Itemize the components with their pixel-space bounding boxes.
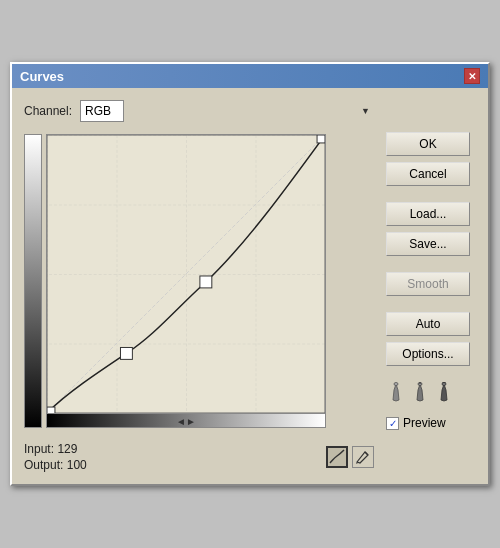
curve-grid-svg: [47, 135, 325, 413]
channel-select[interactable]: RGB Red Green Blue: [80, 100, 124, 122]
close-button[interactable]: ✕: [464, 68, 480, 84]
preview-row: ✓ Preview: [386, 416, 476, 430]
vertical-gradient-bar: [24, 134, 42, 428]
channel-row: Channel: RGB Red Green Blue: [24, 100, 374, 122]
bottom-info: Input: 129 Output: 100: [24, 442, 374, 472]
channel-select-wrapper: RGB Red Green Blue: [80, 100, 374, 122]
right-panel: OK Cancel Load... Save... Smooth Auto Op…: [386, 100, 476, 472]
svg-rect-5: [200, 276, 212, 288]
dialog-body: Channel: RGB Red Green Blue: [12, 88, 488, 484]
preview-label: Preview: [403, 416, 446, 430]
save-button[interactable]: Save...: [386, 232, 470, 256]
output-label: Output:: [24, 458, 63, 472]
dropper-icon-1[interactable]: [386, 382, 406, 402]
pencil-icons-row: [386, 382, 476, 402]
curve-container: ◄►: [46, 134, 374, 428]
load-button[interactable]: Load...: [386, 202, 470, 226]
channel-label: Channel:: [24, 104, 72, 118]
tool-icons: [326, 446, 374, 468]
left-panel: Channel: RGB Red Green Blue: [24, 100, 374, 472]
input-label: Input:: [24, 442, 54, 456]
svg-rect-6: [47, 407, 55, 413]
ok-button[interactable]: OK: [386, 132, 470, 156]
svg-rect-7: [317, 135, 325, 143]
scroll-arrow: ◄►: [176, 415, 196, 426]
pencil-tool-icon[interactable]: [352, 446, 374, 468]
output-row: Output: 100: [24, 458, 87, 472]
dialog-title: Curves: [20, 69, 64, 84]
svg-rect-4: [120, 347, 132, 359]
input-value: 129: [57, 442, 77, 456]
dropper-icon-3[interactable]: [434, 382, 454, 402]
dropper-icon-2[interactable]: [410, 382, 430, 402]
title-bar: Curves ✕: [12, 64, 488, 88]
horizontal-gradient-bar: ◄►: [46, 414, 326, 428]
cancel-button[interactable]: Cancel: [386, 162, 470, 186]
curve-area: ◄►: [24, 134, 374, 428]
io-values: Input: 129 Output: 100: [24, 442, 87, 472]
curve-canvas[interactable]: [46, 134, 326, 414]
auto-button[interactable]: Auto: [386, 312, 470, 336]
smooth-button[interactable]: Smooth: [386, 272, 470, 296]
input-row: Input: 129: [24, 442, 87, 456]
options-button[interactable]: Options...: [386, 342, 470, 366]
curve-tool-icon[interactable]: [326, 446, 348, 468]
output-value: 100: [67, 458, 87, 472]
preview-checkbox[interactable]: ✓: [386, 417, 399, 430]
svg-point-8: [394, 383, 398, 386]
curves-dialog: Curves ✕ Channel: RGB Red Green Blue: [10, 62, 490, 486]
